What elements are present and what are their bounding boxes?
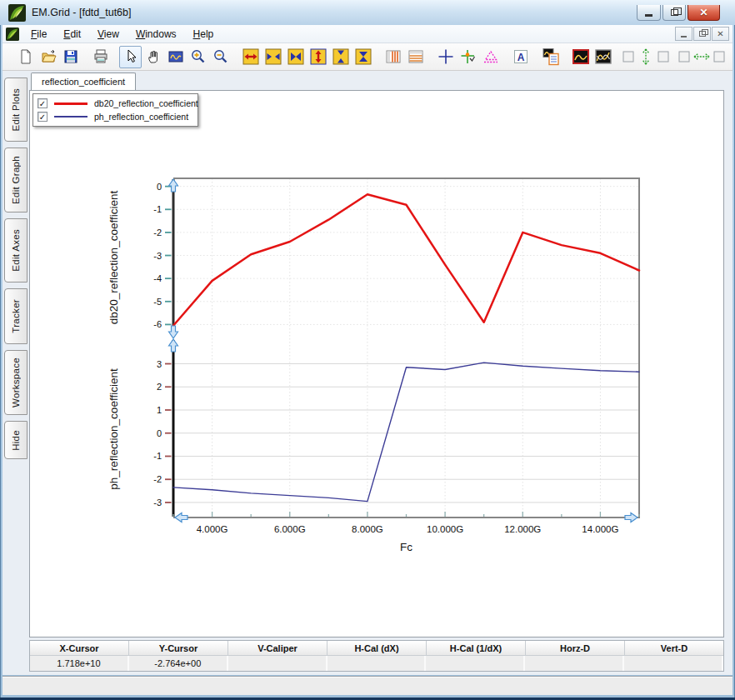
menu-file-label: File — [31, 28, 47, 40]
menu-bar: File Edit View Windows Help ✕ — [2, 25, 732, 43]
legend-line-sample-db20 — [54, 102, 88, 105]
h-shrink-button[interactable] — [262, 46, 284, 68]
save-button[interactable] — [59, 46, 82, 68]
axis-pan-arrow-up[interactable] — [169, 179, 178, 192]
text-annotation-button[interactable]: A — [509, 46, 532, 68]
pointer-icon — [122, 48, 139, 65]
sidebar-tab-edit-axes[interactable]: Edit Axes — [4, 218, 28, 282]
sidebar-tab-label: Tracker — [11, 299, 21, 333]
new-file-icon — [18, 48, 34, 65]
value-vert-d — [624, 656, 723, 671]
pointer-select-button[interactable] — [119, 46, 142, 68]
y-tick-label: 0 — [157, 428, 162, 438]
toolbar: A — [2, 43, 732, 71]
y-tick-label: -5 — [153, 297, 162, 307]
legend-checkbox-ph[interactable]: ✓ — [38, 112, 48, 122]
print-button[interactable] — [89, 46, 112, 68]
tracker-button[interactable] — [457, 46, 479, 68]
multi-plot-button[interactable] — [592, 46, 614, 68]
restore-button[interactable] — [662, 5, 686, 21]
cursor-table-value-row: 1.718e+10 -2.764e+00 — [30, 656, 723, 671]
tab-label: reflection_coefficient — [42, 77, 125, 87]
single-plot-button[interactable] — [569, 46, 592, 68]
restore-icon — [671, 9, 678, 16]
text-annotation-icon: A — [512, 48, 529, 65]
y-tick-label: -1 — [153, 204, 162, 214]
checkbox-check-icon: ✓ — [39, 99, 46, 108]
menu-view-label: View — [98, 28, 119, 40]
horizontal-marker-lines-button[interactable] — [404, 46, 427, 68]
plot-legend: ✓ db20_reflection_coefficient ✓ ph_refle… — [32, 93, 198, 127]
mdi-close-button[interactable]: ✕ — [712, 27, 729, 41]
legend-row-db20: ✓ db20_reflection_coefficient — [38, 97, 193, 110]
cross-cursor-button[interactable] — [434, 46, 457, 68]
close-icon: ✕ — [699, 8, 708, 18]
y-tick-label: 2 — [157, 382, 162, 392]
y-tick-label: -4 — [153, 273, 162, 283]
sidebar: Edit Plots Edit Graph Edit Axes Tracker … — [2, 71, 29, 675]
sidebar-tab-workspace[interactable]: Workspace — [4, 350, 28, 415]
pan-hand-button[interactable] — [142, 46, 164, 68]
new-file-button[interactable] — [14, 46, 37, 68]
sidebar-tab-hide[interactable]: Hide — [4, 421, 28, 459]
value-y-cursor: -2.764e+00 — [129, 656, 228, 671]
zoom-out-button[interactable] — [209, 46, 232, 68]
v-shrink-button[interactable] — [329, 46, 352, 68]
menu-help[interactable]: Help — [187, 27, 221, 42]
open-file-button[interactable] — [37, 46, 59, 68]
plot-canvas[interactable]: 0-1-2-3-4-5-63210-1-2-34.000G6.000G8.000… — [30, 91, 723, 637]
v-autofit-group[interactable] — [622, 48, 670, 66]
zoom-out-icon — [212, 48, 229, 65]
v-shrink-icon — [332, 48, 349, 65]
minimize-button[interactable] — [637, 5, 661, 21]
app-icon — [8, 4, 26, 22]
svg-text:A: A — [517, 52, 524, 63]
y-axis-title: db20_reflection_coefficient — [108, 191, 120, 325]
h-shrink-icon — [265, 48, 282, 65]
menu-windows[interactable]: Windows — [129, 27, 183, 42]
h-mirror-button[interactable] — [284, 46, 307, 68]
tracker-icon — [460, 48, 477, 65]
series-ph_reflection_coefficient — [173, 362, 639, 501]
vertical-marker-lines-button[interactable] — [382, 46, 404, 68]
sidebar-tab-edit-plots[interactable]: Edit Plots — [4, 78, 28, 142]
y-axis-title: ph_reflection_coefficient — [108, 368, 120, 490]
y-tick-label: -1 — [153, 451, 162, 461]
y-tick-label: 0 — [157, 182, 162, 192]
axis-pan-arrow-left[interactable] — [175, 513, 188, 522]
menu-file[interactable]: File — [24, 27, 53, 42]
caliper-triangle-button[interactable] — [479, 46, 502, 68]
zoom-in-button[interactable] — [187, 46, 209, 68]
legend-label-db20: db20_reflection_coefficient — [94, 98, 198, 108]
h-stretch-icon — [242, 48, 259, 65]
close-button[interactable]: ✕ — [688, 5, 720, 21]
checkbox-check-icon: ✓ — [39, 112, 46, 122]
sidebar-tab-tracker[interactable]: Tracker — [4, 288, 28, 344]
v-stretch-button[interactable] — [307, 46, 329, 68]
mdi-restore-button[interactable] — [693, 27, 711, 41]
y-tick-label: -6 — [153, 319, 162, 329]
plot-with-table-button[interactable] — [539, 46, 562, 68]
tab-strip: reflection_coefficient — [29, 72, 727, 90]
mdi-close-icon: ✕ — [717, 29, 723, 38]
x-tick-label: 4.000G — [197, 524, 228, 534]
axis-pan-arrow-down[interactable] — [169, 326, 178, 338]
sidebar-tab-label: Edit Axes — [11, 229, 21, 272]
v-mirror-button[interactable] — [352, 46, 374, 68]
menu-view[interactable]: View — [91, 27, 126, 42]
mdi-minimize-button[interactable] — [675, 27, 692, 41]
axis-pan-arrow-up[interactable] — [169, 339, 178, 352]
h-stretch-button[interactable] — [239, 46, 262, 68]
multi-plot-icon — [594, 48, 612, 66]
legend-checkbox-db20[interactable]: ✓ — [38, 98, 48, 108]
caliper-triangle-icon — [482, 48, 499, 65]
axis-pan-arrow-right[interactable] — [625, 513, 638, 522]
sidebar-tab-edit-graph[interactable]: Edit Graph — [4, 148, 28, 212]
tab-reflection-coefficient[interactable]: reflection_coefficient — [31, 72, 136, 90]
minimize-icon — [645, 14, 652, 17]
y-tick-label: -2 — [153, 474, 162, 484]
menu-edit[interactable]: Edit — [57, 27, 88, 42]
zoom-window-button[interactable] — [164, 46, 187, 68]
h-autofit-group[interactable] — [678, 48, 726, 66]
plot-with-table-icon — [542, 48, 560, 66]
